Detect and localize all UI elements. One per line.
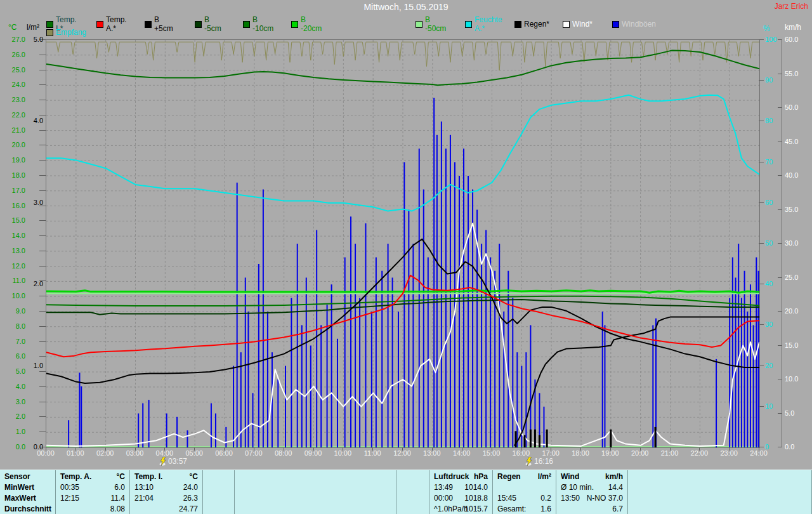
tick-mark — [39, 55, 46, 55]
stats-cell: MaxWert — [0, 493, 55, 504]
x-tick-label: 21:00 — [657, 449, 683, 457]
lightning-icon — [159, 457, 167, 466]
stats-cell-time: MinWert — [4, 482, 34, 493]
stats-cell-time: Luftdruck — [434, 471, 469, 482]
x-tick-label: 17:00 — [537, 449, 564, 457]
stats-cell-time: 12:15 — [60, 493, 79, 504]
tick-mark — [39, 100, 46, 100]
tick-mark — [39, 235, 46, 236]
watermark-author: Jarz Erich — [775, 2, 808, 11]
y-tick-degC: 24.0 — [8, 81, 25, 88]
tick-mark — [778, 74, 782, 74]
tick-mark — [778, 311, 782, 312]
stats-cell-value: °C — [190, 471, 198, 482]
y-tick-degC: 18.0 — [8, 172, 25, 179]
stats-column-luftdruck: LuftdruckhPa13:491014.000:001018.8^1.0hP… — [429, 470, 493, 514]
stats-cell-time: 21:04 — [134, 493, 154, 504]
legend-item-empfang[interactable]: Empfang — [46, 29, 86, 36]
tick-mark — [778, 413, 782, 414]
legend-item-feuchte-a[interactable]: Feuchte A.* — [465, 20, 502, 28]
y-tick-degC: 27.0 — [8, 36, 25, 43]
stats-cell: Temp. I.°C — [130, 471, 202, 482]
unit-label-kmh: km/h — [785, 23, 801, 32]
x-tick-label: 06:00 — [211, 449, 237, 457]
stats-cell-time: Gesamt: — [497, 504, 526, 514]
legend-item-b-minus20[interactable]: B -20cm — [291, 20, 322, 28]
stats-cell: Regenl/m² — [493, 471, 556, 482]
legend-label: B -5cm — [204, 15, 221, 33]
y-tick-lm2: 3.0 — [28, 199, 43, 206]
legend-label: Windböen — [622, 20, 656, 29]
legend-item-regen[interactable]: Regen* — [514, 20, 549, 28]
y-tick-kmh: 45.0 — [785, 138, 804, 145]
legend-swatch-b-plus5 — [145, 21, 152, 28]
legend-item-temp-a[interactable]: Temp. A.* — [96, 20, 127, 28]
stats-cell-value: 26.3 — [183, 493, 198, 504]
x-tick-label: 00:00 — [32, 449, 59, 457]
stats-cell-value: 1014.0 — [464, 482, 488, 493]
x-tick-label: 08:00 — [270, 449, 297, 457]
tick-mark — [778, 209, 782, 210]
tick-mark — [778, 277, 782, 278]
tick-mark — [39, 175, 46, 176]
legend-item-windboeen[interactable]: Windböen — [612, 20, 656, 28]
y-tick-degC: 3.0 — [8, 399, 25, 405]
stats-cell-value: km/h — [605, 471, 623, 482]
page-title: Mittwoch, 15.05.2019 — [0, 2, 812, 12]
stats-cell-value: N-NO 37.0 — [587, 493, 623, 504]
tick-mark — [39, 266, 46, 267]
legend-swatch-temp-a — [96, 21, 103, 28]
legend-item-wind[interactable]: Wind* — [563, 20, 593, 28]
x-tick-label: 13:00 — [419, 449, 445, 457]
legend-item-b-minus10[interactable]: B -10cm — [243, 20, 273, 28]
y-tick-degC: 11.0 — [8, 277, 25, 284]
y-tick-pct: 10 — [765, 403, 782, 410]
weather-app-window: Mittwoch, 15.05.2019 Jarz Erich °C l/m² … — [0, 0, 812, 514]
stats-column-regen: Regenl/m²15:450.2Gesamt:1.6 — [493, 470, 556, 514]
stats-cell-value: 8.08 — [110, 504, 125, 514]
y-tick-degC: 9.0 — [8, 308, 25, 315]
stats-column-empty — [235, 470, 396, 514]
legend-item-b-plus5[interactable]: B +5cm — [145, 20, 173, 28]
legend-item-b-minus5[interactable]: B -5cm — [195, 20, 221, 28]
stats-cell-value: °C — [117, 471, 125, 482]
y-tick-degC: 1.0 — [8, 428, 25, 435]
legend-item-temp-i[interactable]: Temp. I.* — [46, 20, 77, 28]
stats-column-temp-i-: Temp. I.°C13:1024.021:0426.324.77 — [130, 470, 203, 514]
stats-cell-value: 24.0 — [183, 482, 198, 493]
stats-column-empty — [628, 470, 812, 514]
legend-label: Regen* — [524, 20, 549, 29]
y-tick-degC: 4.0 — [8, 383, 25, 390]
tick-mark — [39, 84, 46, 85]
y-tick-kmh: 0.0 — [785, 444, 804, 451]
stats-cell: 13:491014.0 — [429, 482, 492, 493]
tick-mark — [759, 366, 764, 366]
x-tick-label: 19:00 — [597, 449, 624, 457]
lightning-icon — [525, 457, 534, 466]
stats-cell-time: 00:00 — [434, 493, 453, 504]
stats-cell-value: 6.7 — [612, 504, 623, 514]
y-tick-kmh: 40.0 — [785, 172, 804, 179]
stats-cell-time: ^1.0hPa/h — [434, 504, 468, 514]
stats-cell-value: 1018.8 — [464, 493, 488, 504]
stats-cell-time: 13:10 — [134, 482, 154, 493]
tick-mark — [39, 311, 46, 312]
stats-cell: 12:1511.4 — [56, 493, 129, 504]
tick-mark — [39, 251, 46, 251]
stats-cell-value: 11.4 — [111, 493, 125, 504]
tick-mark — [778, 379, 782, 379]
tick-mark — [759, 324, 764, 325]
legend-item-b-minus50[interactable]: B -50cm — [416, 20, 446, 28]
y-tick-degC: 12.0 — [8, 263, 25, 270]
y-tick-kmh: 50.0 — [785, 104, 804, 111]
y-tick-kmh: 25.0 — [785, 274, 804, 281]
legend-swatch-temp-i — [46, 21, 53, 28]
x-tick-label: 12:00 — [389, 449, 416, 457]
stats-cell-time: Sensor — [4, 471, 30, 482]
y-tick-degC: 16.0 — [8, 202, 25, 209]
chart-svg — [46, 40, 759, 447]
stats-cell: Sensor — [0, 471, 55, 482]
stats-cell-time: Regen — [497, 471, 521, 482]
x-tick-label: 07:00 — [240, 449, 267, 457]
tick-mark — [778, 447, 782, 447]
